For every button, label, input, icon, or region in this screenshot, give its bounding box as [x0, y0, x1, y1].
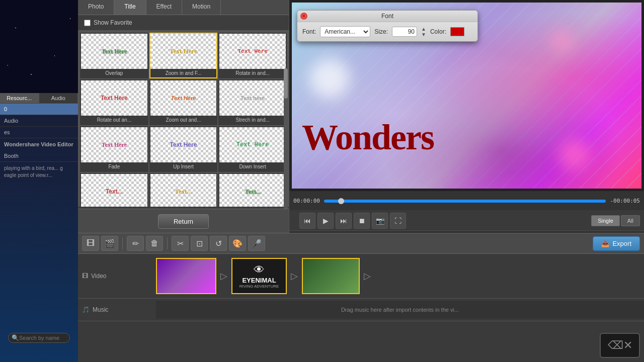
music-track-content: Drag music here after import contents in…: [156, 301, 644, 319]
scissors-button[interactable]: ✂: [172, 236, 189, 251]
progress-handle[interactable]: [338, 198, 344, 204]
font-dialog: ✕ Font Font: American... Size: ▲▼ Color:: [297, 10, 478, 42]
title-item-zoom-out[interactable]: Text Here Zoom out and...: [149, 79, 218, 125]
title-overlay-down-insert: Text Here: [219, 127, 286, 162]
font-dialog-body: Font: American... Size: ▲▼ Color:: [297, 22, 477, 41]
delete-icon: ⌫✕: [608, 339, 632, 352]
title-thumb-rotate-in: Text Here: [219, 34, 286, 69]
film-strip-button[interactable]: 🎞: [82, 236, 99, 251]
size-label: Size:: [374, 28, 388, 35]
sidebar-menu-item-0[interactable]: 0: [0, 104, 78, 115]
video-clip-eyenimal[interactable]: 👁 EYENIMAL RIVING ADVENTURE: [231, 258, 287, 294]
transition-2[interactable]: ▷: [287, 258, 302, 294]
preview-area: Wonders ✕ Font Font: American... Size: ▲…: [289, 0, 644, 191]
title-label-rotate-in: Rotate in and...: [219, 69, 286, 77]
title-item-rotate-out[interactable]: Text Here Rotate out an...: [80, 79, 148, 125]
sidebar-menu-item-booth[interactable]: Booth: [0, 150, 78, 162]
sidebar-tab-audio[interactable]: Audio: [39, 93, 78, 103]
video-track-content: ▷ 👁 EYENIMAL RIVING ADVENTURE ▷ ▷: [156, 256, 644, 296]
rotate-button[interactable]: ↺: [210, 236, 227, 251]
music-track: 🎵 Music Drag music here after import con…: [78, 299, 644, 321]
title-thumb-overlap: Text Here: [81, 34, 147, 69]
export-label: Export: [612, 240, 631, 247]
title-thumb-stretch: Text here: [219, 80, 286, 116]
title-item-extra3[interactable]: Text...: [218, 173, 287, 207]
eyenimal-subtitle: RIVING ADVENTURE: [239, 284, 279, 289]
title-overlay-overlap: Text Here: [81, 34, 147, 69]
fullscreen-button[interactable]: ⛶: [390, 213, 406, 229]
title-item-overlap[interactable]: Text Here Overlap: [80, 33, 148, 78]
font-dialog-close-button[interactable]: ✕: [300, 13, 307, 20]
title-item-zoom-in[interactable]: Text Here Zoom in and F...: [149, 33, 218, 78]
title-overlay-fade: Text Here: [81, 127, 147, 162]
left-sidebar: Resourc... Audio 0 Audio es Wondershare …: [0, 0, 78, 362]
screenshot-button[interactable]: 📷: [372, 213, 388, 229]
title-label-up-insert: Up Insert: [150, 162, 217, 171]
title-item-extra2[interactable]: Text...: [149, 173, 218, 207]
search-bar[interactable]: 🔍: [8, 333, 70, 343]
delete-button[interactable]: 🗑: [146, 236, 163, 251]
tab-title[interactable]: Title: [114, 0, 146, 15]
single-button[interactable]: Single: [591, 215, 620, 226]
title-grid: Text Here Overlap Text Here Zoom in and …: [78, 31, 289, 207]
video-button[interactable]: 🎬: [101, 236, 118, 251]
timeline-controls: 00:00:00 -00:00:05: [289, 191, 644, 211]
sidebar-menu-item-audio[interactable]: Audio: [0, 115, 78, 127]
video-clip-purple[interactable]: [156, 258, 216, 294]
crop-button[interactable]: ⊡: [191, 236, 208, 251]
title-item-up-insert[interactable]: Text Here Up Insert: [149, 126, 218, 172]
show-favorite-checkbox[interactable]: [84, 20, 91, 26]
video-clip-green[interactable]: [302, 258, 360, 294]
color-label: Color:: [430, 28, 446, 35]
export-button[interactable]: 📤 Export: [593, 236, 640, 251]
bottom-delete-button[interactable]: ⌫✕: [600, 333, 640, 358]
playback-controls: ⏮ ▶ ⏭ ⏹ 📷 ⛶ Single All: [289, 210, 644, 231]
font-dialog-title-text: Font: [381, 13, 393, 20]
title-label-rotate-out: Rotate out an...: [81, 116, 147, 124]
video-track: 🎞 Video ▷ 👁 EYENIMAL RIVING ADVENTURE ▷ …: [78, 254, 644, 299]
all-button[interactable]: All: [621, 215, 640, 226]
single-all-controls: Single All: [591, 215, 640, 226]
title-overlay-extra2: Text...: [150, 174, 217, 207]
export-icon: 📤: [601, 240, 609, 247]
title-item-extra1[interactable]: Text...: [80, 173, 148, 207]
top-tabs: Photo Title Effect Motion: [78, 0, 289, 15]
transition-1[interactable]: ▷: [216, 258, 231, 294]
skip-back-button[interactable]: ⏮: [299, 213, 315, 229]
title-panel: Photo Title Effect Motion Show Favorite …: [78, 0, 289, 234]
search-input[interactable]: [19, 335, 66, 341]
audio-button[interactable]: 🎤: [248, 236, 265, 251]
stop-button[interactable]: ⏹: [354, 213, 370, 229]
transition-3[interactable]: ▷: [360, 258, 375, 294]
sidebar-menu-item-es[interactable]: es: [0, 127, 78, 138]
font-size-input[interactable]: [392, 27, 417, 37]
title-label-stretch: Strech in and...: [219, 116, 286, 124]
tab-photo[interactable]: Photo: [78, 0, 114, 15]
color-button[interactable]: 🎨: [229, 236, 246, 251]
skip-forward-button[interactable]: ⏭: [336, 213, 352, 229]
eyenimal-eye-icon: 👁: [239, 263, 279, 277]
title-item-stretch[interactable]: Text here Strech in and...: [218, 79, 287, 125]
title-label-zoom-in: Zoom in and F...: [150, 69, 217, 77]
video-track-icon: 🎞: [82, 273, 88, 280]
title-item-down-insert[interactable]: Text Here Down Insert: [218, 126, 287, 172]
tab-effect[interactable]: Effect: [146, 0, 182, 15]
title-item-fade[interactable]: Text Here Fade: [80, 126, 148, 172]
scrollbar[interactable]: [284, 68, 288, 219]
title-label-down-insert: Down Insert: [219, 162, 286, 171]
title-overlay-extra3: Text...: [219, 174, 286, 207]
tab-motion[interactable]: Motion: [182, 0, 221, 15]
return-button-area: Return: [78, 209, 289, 234]
font-select[interactable]: American...: [320, 26, 370, 37]
sidebar-tab-0[interactable]: Resourc...: [0, 93, 39, 103]
title-thumb-extra1: Text...: [81, 174, 147, 207]
main-area: Photo Title Effect Motion Show Favorite …: [78, 0, 644, 362]
title-item-rotate-in[interactable]: Text Here Rotate in and...: [218, 33, 287, 78]
return-button[interactable]: Return: [158, 214, 209, 229]
color-swatch[interactable]: [450, 27, 464, 36]
edit-button[interactable]: ✏: [127, 236, 144, 251]
progress-bar[interactable]: [324, 200, 606, 203]
play-button[interactable]: ▶: [317, 213, 334, 229]
font-size-stepper-up[interactable]: ▲▼: [421, 26, 426, 37]
scroll-thumb[interactable]: [284, 68, 288, 99]
